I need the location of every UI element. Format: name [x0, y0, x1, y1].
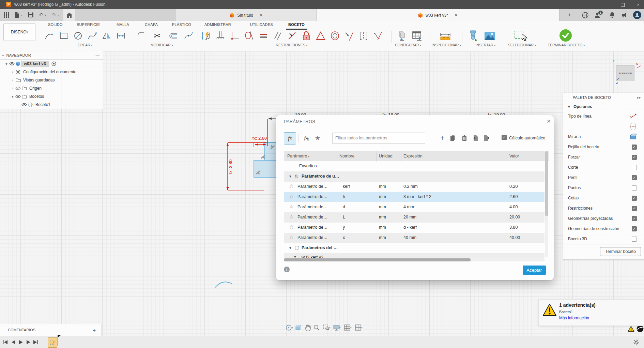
timeline-step-back-icon[interactable] — [10, 339, 16, 345]
param-name[interactable]: y — [343, 225, 345, 230]
cotas-checkbox[interactable] — [632, 196, 637, 201]
param-row-kerf[interactable]: ☆ Parámetro de… kerf mm 0.2 mm 0.20 — [284, 182, 545, 192]
column-valor[interactable]: Valor — [509, 154, 519, 158]
create-line-tool-icon[interactable] — [44, 30, 55, 42]
visibility-off-eye-icon[interactable] — [15, 86, 21, 91]
look-at-icon[interactable] — [294, 324, 302, 331]
forzar-checkbox[interactable] — [632, 155, 637, 160]
column-unidad[interactable]: Unidad — [379, 154, 393, 158]
file-menu-icon[interactable] — [14, 12, 20, 19]
param-name[interactable]: kerf — [343, 184, 350, 189]
notifications-bell-icon[interactable] — [609, 12, 615, 18]
navigator-item-doc-settings[interactable]: › Configuración del documento — [0, 68, 103, 76]
constraint-equal-icon[interactable] — [258, 30, 269, 42]
dialog-close-icon[interactable]: ✕ — [547, 118, 551, 124]
param-row-d[interactable]: ☆ Parámetro de… d mm 4 mm 4.00 — [284, 202, 545, 212]
add-parameter-icon[interactable]: + — [438, 134, 446, 142]
group-label-terminar-boceto[interactable]: TERMINAR BOCETO — [548, 43, 585, 47]
group-row-parametros-modelo[interactable]: ▼ Parámetros del … — [284, 243, 545, 253]
activate-radio-icon[interactable] — [51, 61, 57, 66]
undo-arrow-icon[interactable]: ▾ — [45, 14, 46, 17]
perfil-checkbox[interactable] — [632, 175, 637, 180]
user-avatar[interactable] — [633, 11, 641, 19]
constraint-coincident-icon[interactable] — [215, 30, 226, 42]
help-sphere-icon[interactable] — [637, 325, 644, 332]
minimize-panel-icon[interactable]: — — [566, 95, 570, 100]
timeline-go-start-icon[interactable] — [2, 339, 8, 345]
orbit-dropdown-icon[interactable]: ▾ — [292, 327, 293, 329]
geom-construccion-checkbox[interactable] — [632, 226, 637, 231]
zoom-dropdown-icon[interactable]: ▾ — [329, 327, 331, 329]
home-view-button[interactable] — [63, 9, 75, 21]
look-at-icon[interactable] — [629, 134, 637, 140]
grid-settings-icon[interactable] — [343, 324, 351, 331]
parameters-table-icon[interactable] — [411, 30, 423, 42]
viewports-dropdown-icon[interactable]: ▾ — [361, 327, 363, 329]
tab-close-icon[interactable]: ✕ — [454, 13, 458, 18]
trim-tool-icon[interactable]: ✂ — [151, 30, 163, 42]
constraint-parallel-icon[interactable] — [272, 30, 283, 42]
favorite-star-icon[interactable]: ☆ — [289, 204, 294, 209]
insert-image-icon[interactable] — [484, 30, 495, 42]
group-label-configurar[interactable]: CONFIGURAR — [395, 43, 421, 47]
create-rectangle-tool-icon[interactable] — [58, 30, 70, 42]
zoom-window-icon[interactable] — [322, 324, 330, 331]
dimension-driven-icon[interactable] — [200, 30, 212, 42]
scrollbar-thumb[interactable] — [545, 151, 548, 216]
export-parameters-icon[interactable] — [482, 134, 490, 142]
ribbon-tab-malla[interactable]: MALLA — [117, 22, 129, 27]
constraint-curvature-icon[interactable] — [372, 30, 384, 42]
pan-hand-icon[interactable] — [304, 324, 311, 331]
constraint-tangent-icon[interactable] — [243, 30, 255, 42]
timeline-step-forward-icon[interactable] — [25, 339, 31, 345]
root-document-label[interactable]: w03 kerf v3 — [21, 61, 49, 67]
rejilla-checkbox[interactable] — [632, 145, 637, 150]
grid-dropdown-icon[interactable]: ▾ — [350, 327, 352, 329]
param-expression[interactable]: 20 mm — [403, 215, 416, 220]
navigator-item-saved-views[interactable]: › Vistas guardadas — [0, 76, 103, 84]
param-expression[interactable]: 3 mm - kerf * 2 — [403, 194, 431, 199]
close-window-button[interactable]: × — [630, 0, 644, 9]
horizontal-scrollbar[interactable] — [284, 258, 545, 261]
workspace-selector[interactable]: DISEÑO — [3, 23, 35, 41]
param-row-h[interactable]: ☆ Parámetro de… h mm 3 mm - kerf * 2 2.6… — [284, 192, 545, 202]
boceto-3d-checkbox[interactable] — [632, 237, 637, 242]
group-label-seleccionar[interactable]: SELECCIONAR — [508, 43, 536, 47]
warning-indicator-icon[interactable] — [628, 326, 634, 332]
announcements-icon[interactable] — [622, 12, 628, 18]
comments-panel[interactable]: COMENTARIOS + — [0, 324, 102, 336]
expand-caret-icon[interactable]: › — [10, 70, 15, 74]
ribbon-tab-utilidades[interactable]: UTILIDADES — [250, 22, 273, 27]
timeline-sketch-feature[interactable] — [48, 337, 57, 348]
sketch-dimension-tool-icon[interactable] — [115, 30, 127, 42]
import-parameters-icon[interactable] — [471, 134, 479, 142]
expand-caret-icon[interactable]: ▼ — [4, 62, 9, 66]
param-row-y[interactable]: ☆ Parámetro de… y mm d - kerf 3.80 — [284, 223, 545, 233]
param-expression[interactable]: 4 mm — [403, 205, 414, 209]
linetype-construction-icon[interactable] — [629, 113, 637, 120]
filter-parameters-input[interactable] — [332, 133, 425, 143]
collapse-caret-icon[interactable]: ▼ — [567, 105, 571, 109]
copy-parameter-icon[interactable] — [449, 134, 457, 142]
param-expression[interactable]: 40 mm — [403, 235, 416, 240]
ribbon-tab-chapa[interactable]: CHAPA — [145, 22, 158, 27]
create-spline-tool-icon[interactable] — [87, 30, 98, 42]
group-label-insertar[interactable]: INSERTAR — [475, 43, 495, 47]
web-browser-icon[interactable] — [582, 12, 588, 18]
group-label-modificar[interactable]: MODIFICAR — [151, 43, 173, 47]
column-expresion[interactable]: Expresión — [403, 154, 423, 158]
visibility-eye-icon[interactable] — [15, 94, 21, 99]
auto-compute-checkbox[interactable] — [502, 135, 507, 140]
column-nombre[interactable]: Nombre — [339, 154, 354, 158]
ribbon-tab-boceto[interactable]: BOCETO — [288, 22, 305, 27]
navigator-item-sketches[interactable]: ▼ Bocetos — [0, 92, 103, 101]
ribbon-tab-administrar[interactable]: ADMINISTRAR — [204, 22, 231, 27]
finish-sketch-check-icon[interactable] — [559, 29, 572, 42]
constraint-collinear-icon[interactable] — [343, 30, 355, 42]
visibility-eye-icon[interactable] — [9, 61, 15, 66]
display-settings-icon[interactable] — [333, 324, 340, 331]
aceptar-button[interactable]: Aceptar — [523, 266, 546, 275]
insert-fastener-icon[interactable] — [467, 30, 479, 42]
geom-proyectadas-checkbox[interactable] — [632, 216, 637, 221]
visibility-eye-icon[interactable] — [21, 102, 27, 107]
